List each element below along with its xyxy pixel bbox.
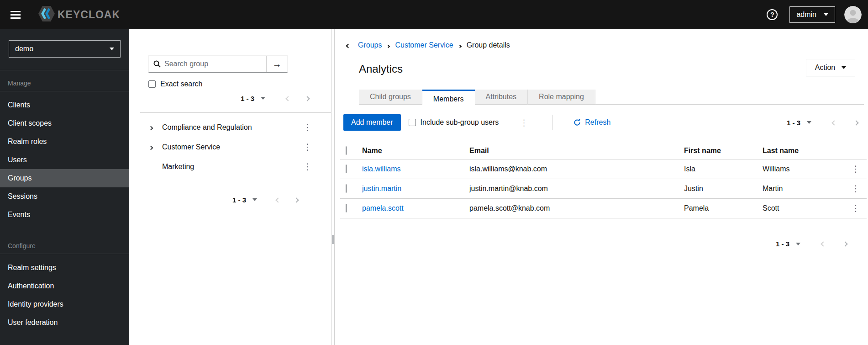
main-content: Groups Customer Service Group details An… (335, 29, 868, 345)
pagination-prev-button[interactable] (285, 94, 291, 103)
avatar[interactable] (844, 6, 862, 23)
pagination-range: 1 - 3 (241, 95, 254, 102)
kebab-icon: ⋮ (852, 164, 860, 174)
sidebar-item-clients[interactable]: Clients (0, 96, 129, 114)
chevron-left-icon (831, 120, 836, 125)
pagination-options-toggle[interactable]: 1 - 3 (241, 95, 265, 102)
toolbar-kebab-button[interactable]: ⋮ (517, 117, 531, 128)
chevron-right-icon (305, 96, 310, 101)
chevron-left-icon (275, 197, 280, 202)
group-search: → (148, 55, 288, 73)
sidebar-item-realm-roles[interactable]: Realm roles (0, 133, 129, 151)
nav-list-configure: Realm settings Authentication Identity p… (0, 254, 129, 332)
chevron-down-icon (261, 97, 265, 100)
pagination-next-button[interactable] (842, 239, 848, 248)
row-checkbox[interactable] (346, 204, 347, 212)
members-toolbar: Add member Include sub-group users ⋮ Ref… (343, 114, 859, 131)
pagination-next-button[interactable] (853, 118, 859, 127)
table-pagination-top: 1 - 3 (787, 114, 859, 131)
pagination-prev-button[interactable] (275, 196, 281, 204)
breadcrumb-link-customer-service[interactable]: Customer Service (395, 41, 453, 49)
tree-divider (140, 112, 331, 113)
pagination-next-button[interactable] (305, 94, 310, 103)
member-email: pamela.scott@knab.com (469, 198, 684, 218)
global-nav-toggle-button[interactable] (6, 5, 25, 24)
kebab-menu-button[interactable]: ⋮ (300, 122, 315, 133)
add-member-button[interactable]: Add member (343, 114, 401, 131)
sidebar-item-identity-providers[interactable]: Identity providers (0, 295, 129, 313)
kebab-menu-button[interactable]: ⋮ (300, 142, 315, 152)
member-name-link[interactable]: isla.williams (362, 165, 400, 173)
action-dropdown-button[interactable]: Action (806, 59, 855, 76)
nav-list-manage: Clients Client scopes Realm roles Users … (0, 91, 129, 224)
tree-item-compliance-and-regulation[interactable]: Compliance and Regulation ⋮ (129, 117, 331, 137)
row-checkbox[interactable] (346, 165, 347, 173)
sidebar-item-client-scopes[interactable]: Client scopes (0, 114, 129, 133)
row-kebab-button[interactable]: ⋮ (849, 164, 863, 174)
tab-attributes[interactable]: Attributes (475, 90, 528, 105)
admin-user-dropdown[interactable]: admin (789, 6, 835, 23)
pagination-options-toggle[interactable]: 1 - 3 (232, 196, 257, 204)
sidebar-item-events[interactable]: Events (0, 206, 129, 224)
exact-search-checkbox[interactable] (148, 80, 156, 88)
breadcrumb-link-groups[interactable]: Groups (358, 41, 382, 49)
sidebar-item-sessions[interactable]: Sessions (0, 187, 129, 206)
expand-button[interactable] (149, 123, 162, 132)
tree-item-customer-service[interactable]: Customer Service ⋮ (129, 137, 331, 157)
kebab-icon: ⋮ (852, 203, 860, 213)
sidebar-item-user-federation[interactable]: User federation (0, 313, 129, 332)
pagination-prev-button[interactable] (831, 118, 837, 127)
refresh-button[interactable]: Refresh (573, 118, 610, 127)
nav-section-label-configure: Configure (0, 233, 129, 254)
breadcrumb-separator-icon (387, 41, 389, 49)
sidebar-item-authentication[interactable]: Authentication (0, 277, 129, 295)
nav-section-label-manage: Manage (0, 70, 129, 91)
include-subgroup-checkbox[interactable] (409, 119, 416, 126)
admin-username: admin (796, 11, 816, 19)
tab-role-mapping[interactable]: Role mapping (528, 90, 595, 105)
sidebar-item-users[interactable]: Users (0, 151, 129, 169)
breadcrumb: Groups Customer Service Group details (345, 41, 868, 50)
expand-button[interactable] (149, 143, 162, 151)
sidebar-item-realm-settings[interactable]: Realm settings (0, 259, 129, 277)
pagination-options-toggle[interactable]: 1 - 3 (776, 240, 800, 248)
sidebar-item-groups[interactable]: Groups (0, 169, 129, 187)
kebab-icon: ⋮ (303, 162, 312, 171)
select-all-checkbox[interactable] (346, 146, 347, 155)
row-checkbox[interactable] (346, 184, 347, 193)
row-kebab-button[interactable]: ⋮ (849, 183, 863, 194)
pagination-next-button[interactable] (294, 196, 299, 204)
tree-item-marketing[interactable]: Marketing ⋮ (129, 157, 331, 176)
pagination-prev-button[interactable] (821, 239, 826, 248)
tab-members[interactable]: Members (422, 90, 475, 107)
realm-selector[interactable]: demo (9, 40, 121, 58)
tree-item-label[interactable]: Marketing (162, 163, 194, 171)
tree-item-label[interactable]: Compliance and Regulation (162, 123, 252, 132)
tree-pagination-bottom: 1 - 3 (129, 191, 331, 208)
search-submit-button[interactable]: → (266, 56, 287, 72)
table-pagination-bottom: 1 - 3 (335, 236, 868, 252)
pagination-options-toggle[interactable]: 1 - 3 (787, 119, 811, 127)
arrow-right-icon: → (273, 59, 282, 69)
chevron-down-icon (824, 13, 828, 16)
toolbar-divider (552, 115, 552, 130)
row-kebab-button[interactable]: ⋮ (849, 203, 863, 213)
member-name-link[interactable]: pamela.scott (362, 204, 404, 212)
exact-search-label: Exact search (160, 80, 202, 88)
action-dropdown-label: Action (815, 64, 835, 72)
tab-child-groups[interactable]: Child groups (359, 90, 422, 105)
table-row: justin.martin justin.martin@knab.com Jus… (340, 179, 867, 198)
member-name-link[interactable]: justin.martin (362, 185, 401, 192)
group-search-input[interactable] (149, 56, 266, 72)
breadcrumb-back-button[interactable] (345, 42, 352, 49)
panel-resize-handle[interactable] (331, 29, 335, 345)
member-first-name: Pamela (684, 198, 763, 218)
refresh-icon (573, 119, 581, 126)
kebab-menu-button[interactable]: ⋮ (300, 161, 315, 172)
chevron-right-icon (853, 120, 858, 125)
chevron-down-icon (807, 121, 811, 124)
tree-item-label[interactable]: Customer Service (162, 143, 220, 151)
chevron-right-icon (842, 241, 847, 246)
help-icon[interactable]: ? (767, 9, 778, 20)
member-email: isla.williams@knab.com (469, 159, 684, 179)
